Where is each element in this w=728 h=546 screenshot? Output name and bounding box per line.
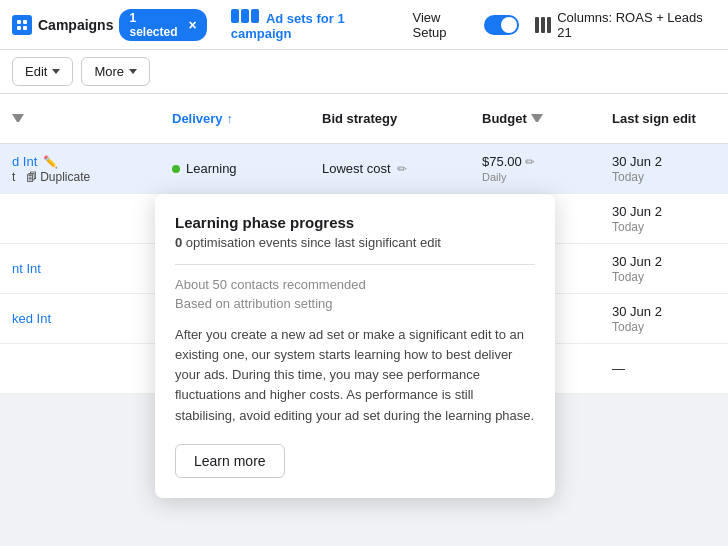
columns-icon: [535, 17, 551, 33]
th-last-sign: Last sign edit: [600, 111, 728, 126]
selected-badge[interactable]: 1 selected ×: [119, 9, 206, 41]
bid-edit-icon[interactable]: ✏: [397, 162, 407, 176]
learn-more-button[interactable]: Learn more: [175, 444, 285, 478]
row1-name-link[interactable]: d Int ✏️: [12, 154, 58, 169]
budget-edit-icon[interactable]: ✏: [525, 155, 535, 169]
filter-icon[interactable]: [12, 114, 24, 124]
adsets-title: Ad sets for 1 campaign: [231, 9, 405, 41]
popup-rec-line1: About 50 contacts recommended: [175, 277, 535, 292]
row5-last-edit-cell: —: [600, 361, 728, 376]
row1-name-cell: d Int ✏️ t 🗐 Duplicate: [0, 154, 160, 184]
top-bar: Campaigns 1 selected × Ad sets for 1 cam…: [0, 0, 728, 50]
svg-rect-1: [23, 20, 27, 24]
edit-caret-icon: [52, 69, 60, 74]
row4-last-edit-cell: 30 Jun 2 Today: [600, 304, 728, 334]
popup-description: After you create a new ad set or make a …: [175, 325, 535, 426]
sort-icon: ↑: [227, 112, 233, 126]
row4-name-link[interactable]: ked Int: [12, 311, 51, 326]
status-dot: [172, 165, 180, 173]
th-bid-strategy: Bid strategy: [310, 111, 470, 126]
popup-subtitle: 0 optimisation events since last signifi…: [175, 235, 535, 250]
learning-phase-popup: Learning phase progress 0 optimisation e…: [155, 194, 555, 498]
edit-button[interactable]: Edit: [12, 57, 73, 86]
row3-name-link[interactable]: nt Int: [12, 261, 41, 276]
row1-delivery-cell: Learning: [160, 161, 310, 176]
th-delivery[interactable]: Delivery ↑: [160, 111, 310, 126]
row3-name-cell: nt Int: [0, 261, 160, 276]
row1-last-edit-cell: 30 Jun 2 Today: [600, 154, 728, 184]
pencil-icon[interactable]: ✏️: [43, 155, 58, 169]
campaign-label: Campaigns: [12, 15, 113, 35]
campaigns-text: Campaigns: [38, 17, 113, 33]
budget-filter-icon[interactable]: [531, 114, 543, 124]
more-caret-icon: [129, 69, 137, 74]
table-body: d Int ✏️ t 🗐 Duplicate Learning Lowest c…: [0, 144, 728, 394]
adsets-icon: [231, 9, 259, 23]
popup-count: 0: [175, 235, 182, 250]
svg-rect-3: [23, 26, 27, 30]
row3-last-edit-cell: 30 Jun 2 Today: [600, 254, 728, 284]
th-name: [0, 114, 160, 124]
duplicate-button[interactable]: 🗐 Duplicate: [26, 170, 90, 184]
table-row: d Int ✏️ t 🗐 Duplicate Learning Lowest c…: [0, 144, 728, 194]
row4-name-cell: ked Int: [0, 311, 160, 326]
popup-title: Learning phase progress: [175, 214, 535, 231]
campaign-icon: [12, 15, 32, 35]
table-header: Delivery ↑ Bid strategy Budget Last sign…: [0, 94, 728, 144]
view-setup: View Setup: [413, 10, 520, 40]
svg-rect-0: [17, 20, 21, 24]
columns-button[interactable]: Columns: ROAS + Leads 21: [535, 10, 716, 40]
top-bar-left: Campaigns 1 selected ×: [12, 9, 207, 41]
svg-rect-2: [17, 26, 21, 30]
top-bar-right: View Setup Columns: ROAS + Leads 21: [413, 10, 716, 40]
row1-name-extra: t: [12, 170, 15, 184]
close-selected-icon[interactable]: ×: [189, 18, 197, 32]
row1-bid-cell: Lowest cost ✏: [310, 161, 470, 176]
toolbar2: Edit More: [0, 50, 728, 94]
view-setup-toggle[interactable]: [484, 15, 519, 35]
th-budget[interactable]: Budget: [470, 111, 600, 126]
more-button[interactable]: More: [81, 57, 150, 86]
row1-budget-cell: $75.00 ✏ Daily: [470, 154, 600, 184]
row2-last-edit-cell: 30 Jun 2 Today: [600, 204, 728, 234]
popup-divider: [175, 264, 535, 265]
popup-rec-line2: Based on attribution setting: [175, 296, 535, 311]
